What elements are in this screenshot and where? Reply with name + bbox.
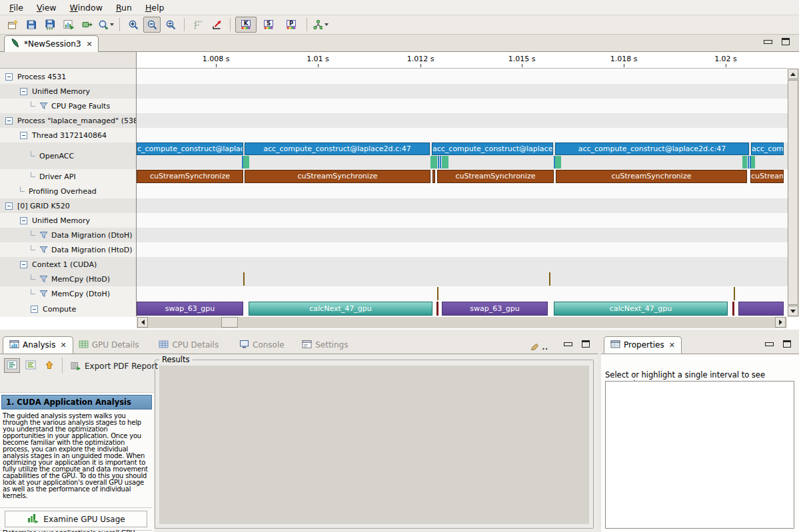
tab-analysis[interactable]: Analysis✕: [3, 336, 73, 354]
openacc-marker[interactable]: [742, 156, 747, 168]
scroll-down-button[interactable]: [788, 306, 798, 316]
kernel-interval[interactable]: swap_63_gpu: [442, 302, 548, 316]
collapse-minus-icon[interactable]: [5, 202, 13, 210]
openacc-marker[interactable]: [243, 156, 249, 168]
view-menu-button[interactable]: ..: [530, 341, 548, 354]
timeline-rows[interactable]: c_compute_construct@laplace...acc_comput…: [137, 69, 788, 317]
new-session-button[interactable]: [4, 17, 21, 33]
analyze-menu-button[interactable]: [97, 17, 115, 33]
run-application-button[interactable]: [79, 17, 96, 33]
driver-api-interval[interactable]: cuStreamSynchronize: [245, 170, 430, 183]
driver-api-interval[interactable]: cuStreamSynchronize: [556, 170, 747, 183]
process-coloring-button[interactable]: P: [281, 17, 302, 33]
tab-console[interactable]: Console: [233, 336, 291, 354]
memcpy-dtoh-interval[interactable]: [734, 287, 735, 300]
driver-api-interval[interactable]: cuStreamSynchronize: [750, 170, 784, 183]
collapse-minus-icon[interactable]: [31, 306, 38, 313]
openacc-interval[interactable]: acc_compute_construct@laplace2d.c:47: [245, 142, 430, 155]
collapse-minus-icon[interactable]: [5, 73, 13, 81]
close-icon[interactable]: ✕: [669, 341, 675, 350]
tab-settings[interactable]: Settings: [296, 336, 354, 354]
openacc-interval[interactable]: c_compute_construct@laplace...: [137, 142, 243, 155]
tree-item--0-grid-k520[interactable]: [0] GRID K520: [5, 198, 70, 213]
maximize-icon[interactable]: [582, 340, 590, 348]
memcpy-htod-interval[interactable]: [549, 272, 550, 286]
openacc-marker[interactable]: [430, 156, 437, 168]
zoom-out-button[interactable]: [143, 17, 161, 33]
kernel-interval[interactable]: calcNext_47_gpu: [249, 302, 432, 316]
examine-gpu-usage-button[interactable]: Examine GPU Usage: [5, 511, 147, 527]
collapse-minus-icon[interactable]: [5, 117, 13, 125]
tree-item-thread-3172140864[interactable]: Thread 3172140864: [20, 128, 107, 142]
minimize-icon[interactable]: [564, 342, 572, 346]
driver-api-interval[interactable]: [432, 170, 435, 183]
timeline-ruler[interactable]: 1.008 s1.01 s1.012 s1.015 s1.018 s1.02 s: [137, 52, 788, 69]
collapse-minus-icon[interactable]: [20, 132, 27, 139]
tree-item-compute[interactable]: Compute: [31, 301, 76, 317]
stream-coloring-button[interactable]: S: [258, 17, 279, 33]
back-up-button[interactable]: [41, 358, 57, 373]
menu-run[interactable]: Run: [109, 1, 139, 15]
tree-item-openacc[interactable]: OpenACC: [31, 142, 74, 169]
minimize-icon[interactable]: [764, 40, 772, 44]
tab-cpu-details[interactable]: CPU Details: [153, 336, 225, 354]
tree-item-context-1-cuda-[interactable]: Context 1 (CUDA): [20, 257, 97, 272]
memcpy-dtoh-interval[interactable]: [437, 287, 438, 300]
close-icon[interactable]: ✕: [60, 341, 66, 350]
tree-item-data-migration-dtoh-[interactable]: Data Migration (DtoH): [31, 228, 133, 242]
vertical-scroll-thumb[interactable]: [788, 80, 798, 305]
vertical-scrollbar[interactable]: [788, 69, 799, 317]
kernel-interval[interactable]: calcNext_47_gpu: [554, 302, 728, 316]
guided-analysis-toggle-button[interactable]: [4, 358, 20, 373]
tree-item-memcpy-dtoh-[interactable]: MemCpy (DtoH): [31, 286, 110, 301]
call-tree-button[interactable]: [312, 17, 329, 33]
scroll-right-button[interactable]: [775, 317, 786, 328]
maximize-icon[interactable]: [782, 38, 790, 45]
kernel-interval[interactable]: [732, 302, 734, 316]
tree-item-data-migration-htod-[interactable]: Data Migration (HtoD): [31, 242, 133, 257]
memcpy-htod-interval[interactable]: [243, 272, 245, 286]
tree-item-unified-memory[interactable]: Unified Memory: [20, 84, 90, 99]
menu-help[interactable]: Help: [139, 1, 171, 15]
openacc-interval[interactable]: acc_comp: [751, 142, 784, 155]
openacc-marker[interactable]: [440, 156, 441, 168]
collapse-minus-icon[interactable]: [20, 88, 27, 95]
driver-api-interval[interactable]: cuStreamSynchronize: [437, 170, 554, 183]
tree-item-profiling-overhead[interactable]: Profiling Overhead: [20, 184, 97, 198]
menu-window[interactable]: Window: [63, 1, 109, 15]
scroll-left-button[interactable]: [137, 317, 148, 328]
openacc-marker[interactable]: [442, 156, 448, 168]
generate-timeline-button[interactable]: [60, 17, 77, 33]
minimize-icon[interactable]: [765, 342, 774, 346]
tab-new-session[interactable]: *NewSession3 ✕: [4, 35, 99, 52]
kernel-interval[interactable]: swap_63_gpu: [137, 302, 243, 316]
zoom-in-button[interactable]: [125, 17, 142, 33]
tree-item-process-4531[interactable]: Process 4531: [5, 69, 66, 84]
horizontal-scrollbar[interactable]: [137, 317, 787, 328]
kernel-interval[interactable]: [436, 302, 438, 316]
horizontal-scroll-thumb[interactable]: [221, 317, 238, 328]
unguided-analysis-toggle-button[interactable]: [23, 358, 39, 373]
tree-item-memcpy-htod-[interactable]: MemCpy (HtoD): [31, 272, 110, 286]
tree-item-cpu-page-faults[interactable]: CPU Page Faults: [31, 99, 110, 113]
tab-properties[interactable]: Properties ✕: [604, 336, 682, 354]
collapse-minus-icon[interactable]: [20, 261, 27, 268]
tree-item-driver-api[interactable]: Driver API: [31, 169, 76, 184]
openacc-marker[interactable]: [438, 156, 439, 168]
collapse-minus-icon[interactable]: [20, 217, 27, 224]
openacc-marker[interactable]: [748, 156, 749, 168]
openacc-interval[interactable]: acc_compute_construct@laplace...: [432, 142, 553, 155]
snap-edges-button[interactable]: [189, 17, 207, 33]
tree-item-process-laplace-managed-538-[interactable]: Process "laplace_managed" (538): [5, 113, 137, 128]
goto-marker-button[interactable]: [208, 17, 225, 33]
save-button[interactable]: [23, 17, 40, 33]
maximize-icon[interactable]: [783, 340, 791, 348]
tab-gpu-details[interactable]: GPU Details: [73, 336, 145, 354]
save-as-button[interactable]: [41, 17, 59, 33]
close-icon[interactable]: ✕: [87, 40, 93, 49]
menu-view[interactable]: View: [30, 1, 63, 15]
tree-item-unified-memory[interactable]: Unified Memory: [20, 213, 90, 228]
menu-file[interactable]: File: [3, 1, 30, 15]
zoom-fit-button[interactable]: ±: [162, 17, 179, 33]
export-pdf-report-button[interactable]: Export PDF Report: [67, 358, 162, 374]
